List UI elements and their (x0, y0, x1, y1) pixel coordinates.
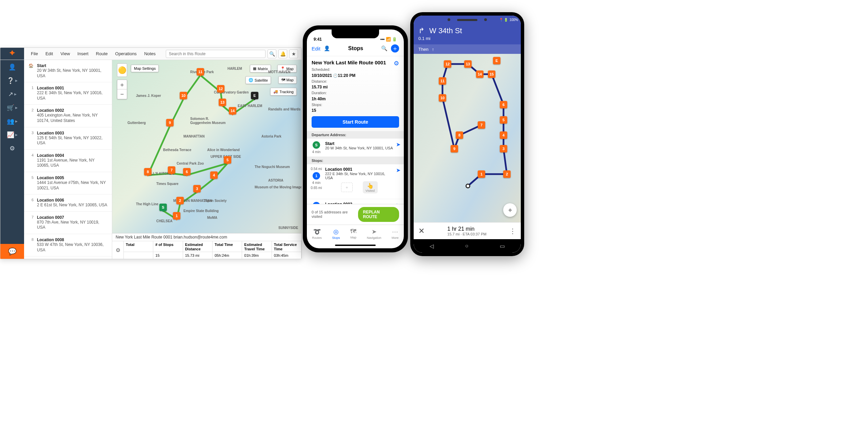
menu-notes[interactable]: Notes (144, 51, 156, 56)
satellite-button[interactable]: 🌐 Satellite (245, 76, 271, 84)
android-map[interactable]: ⌖ 121311141510657483912E (414, 54, 521, 222)
map-marker[interactable]: 3 (193, 185, 201, 194)
ios-stops-scroll[interactable]: Departure Address: S4 min Start20 W 34th… (307, 131, 404, 204)
map2-button[interactable]: 🗺 Map (278, 76, 297, 84)
list-item[interactable]: 8Location 0008533 W 47th St, New York, N… (24, 234, 112, 256)
rail-routes-icon[interactable]: ↗▶ (8, 90, 17, 98)
visited-thumb-icon[interactable]: 👆Visited (363, 181, 378, 193)
ios-user-icon[interactable]: 👤 (324, 45, 330, 51)
zoom-in-button[interactable]: ＋ (117, 80, 127, 89)
rail-orders-icon[interactable]: 🛒▶ (7, 104, 18, 111)
col-total-hd: Total (124, 241, 153, 252)
stops-panel[interactable]: Start20 W 34th St, New York, NY 10001, U… (24, 60, 112, 259)
start-route-button[interactable]: Start Route (312, 116, 399, 128)
search-icon[interactable]: 🔍 (268, 49, 276, 58)
menu-insert[interactable]: Insert (77, 51, 88, 56)
list-item[interactable]: 4Location 00041191 1st Avenue, New York,… (24, 150, 112, 172)
map-marker[interactable]: 12 (444, 60, 451, 68)
matrix-button[interactable]: ▦ Matrix (250, 65, 271, 72)
ios-stop-2[interactable]: 26 min Location 0002405 Lexington Ave, N… (307, 199, 404, 204)
ios-stop-start[interactable]: S4 min Start20 W 34th St, New York, NY 1… (307, 139, 404, 157)
map-marker[interactable]: 9 (451, 145, 458, 152)
nav-arrow-icon[interactable]: ➤ (396, 141, 400, 148)
ios-add-button[interactable]: ＋ (391, 44, 399, 53)
rail-analytics-icon[interactable]: 📈▶ (7, 131, 18, 139)
map-marker[interactable]: 2 (503, 170, 511, 178)
menu-route[interactable]: Route (96, 51, 108, 56)
map-marker[interactable]: 11 (439, 77, 446, 85)
list-item[interactable]: 2Location 0002405 Lexington Ave, New Yor… (24, 105, 112, 127)
map-marker[interactable]: 6 (183, 168, 191, 177)
map-marker[interactable]: 14 (476, 70, 484, 78)
list-item[interactable]: Start20 W 34th St, New York, NY 10001, U… (24, 60, 112, 82)
map-marker[interactable]: 10 (439, 94, 446, 102)
search-input[interactable] (166, 50, 265, 58)
map-marker[interactable]: 8 (144, 168, 152, 177)
map-marker[interactable]: 2 (176, 197, 184, 206)
nav-recents-icon[interactable]: ▭ (500, 243, 505, 249)
map-marker[interactable]: 4 (500, 131, 507, 139)
map-marker[interactable]: 11 (197, 68, 204, 77)
map-marker[interactable]: 13 (464, 60, 472, 68)
replan-route-button[interactable]: REPLAN ROUTE (358, 207, 399, 222)
list-item[interactable]: 5Location 00051444 1st Avenue #75th, New… (24, 172, 112, 194)
list-item[interactable]: 3Location 0003125 E 54th St, New York, N… (24, 127, 112, 150)
map-settings-button[interactable]: Map Settings (131, 65, 159, 72)
ios-search-icon[interactable]: 🔍 (381, 45, 388, 51)
map-marker[interactable]: 7 (478, 121, 485, 129)
map-marker[interactable]: 1 (173, 212, 180, 221)
menu-operations[interactable]: Operations (115, 51, 137, 56)
nav-home-icon[interactable]: ○ (465, 243, 469, 249)
list-item[interactable]: 1Location 0001222 E 34th St, New York, N… (24, 82, 112, 105)
tracking-button[interactable]: 🚚 Tracking (270, 88, 297, 96)
tab-routes[interactable]: ➰Routes (312, 228, 322, 240)
rail-help-icon[interactable]: ❔▶ (7, 77, 18, 84)
ios-card-gear-icon[interactable]: ⚙ (394, 60, 399, 67)
footer-gear-icon[interactable]: ⚙ (112, 241, 124, 259)
map-marker[interactable]: S (159, 204, 167, 212)
close-nav-icon[interactable]: ✕ (418, 227, 425, 235)
map-marker[interactable]: E (251, 92, 258, 101)
list-item[interactable]: 7Location 0007870 7th Ave, New York, NY … (24, 212, 112, 234)
map-marker[interactable]: 7 (168, 166, 175, 175)
tab-map[interactable]: 🗺Map (350, 228, 356, 239)
map-area[interactable]: 🟡 Map Settings ＋ − ▦ Matrix 📍 Map 🌐 Sate… (112, 60, 301, 259)
rail-chat-icon[interactable]: 💬 (0, 244, 24, 259)
map-marker[interactable]: E (493, 57, 500, 64)
pegman-icon[interactable]: 🟡 (117, 63, 127, 77)
menu-view[interactable]: View (60, 51, 70, 56)
bell-icon[interactable]: 🔔 (278, 49, 287, 58)
note-chip-icon[interactable]: ＋ (341, 183, 353, 192)
menu-edit[interactable]: Edit (45, 51, 53, 56)
app-logo[interactable] (0, 48, 24, 60)
map-marker[interactable]: 10 (180, 92, 187, 101)
ios-edit-button[interactable]: Edit (312, 46, 320, 51)
ios-stop-1[interactable]: 0.54 mi14 min0.65 mi Location 0001222 E … (307, 164, 404, 199)
map-marker[interactable]: 14 (229, 107, 236, 116)
tab-navigation[interactable]: ➤Navigation (367, 228, 381, 240)
rail-add-user-icon[interactable]: 👤 (8, 63, 16, 71)
nav-back-icon[interactable]: ◁ (430, 243, 434, 249)
more-icon[interactable]: ⋮ (509, 227, 516, 235)
map-marker[interactable]: 8 (456, 131, 463, 139)
nav-arrow-icon[interactable]: ➤ (396, 167, 400, 173)
list-item[interactable]: 6Location 00062 E 61st St, New York, NY … (24, 194, 112, 212)
map-marker[interactable]: 12 (217, 85, 224, 94)
map-marker[interactable]: 4 (210, 171, 218, 180)
rail-team-icon[interactable]: 👥▶ (7, 118, 18, 125)
star-icon[interactable]: ★ (289, 49, 298, 58)
tab-more[interactable]: ⋯More (392, 228, 399, 240)
zoom-out-button[interactable]: − (117, 89, 127, 99)
menu-file[interactable]: File (31, 51, 38, 56)
map-marker[interactable]: 15 (488, 70, 495, 78)
map-marker[interactable]: 5 (224, 156, 231, 165)
map-marker[interactable]: 3 (500, 145, 507, 152)
map-marker[interactable]: 9 (166, 119, 174, 128)
recenter-button[interactable]: ⌖ (503, 203, 517, 217)
map-marker[interactable]: 1 (478, 170, 485, 178)
rail-user-settings-icon[interactable]: ⚙ (9, 145, 15, 152)
map-marker[interactable]: 6 (500, 101, 507, 108)
map-marker[interactable]: 5 (500, 116, 507, 124)
tab-stops[interactable]: ◎Stops (332, 228, 340, 240)
map-marker[interactable]: 13 (219, 99, 226, 107)
